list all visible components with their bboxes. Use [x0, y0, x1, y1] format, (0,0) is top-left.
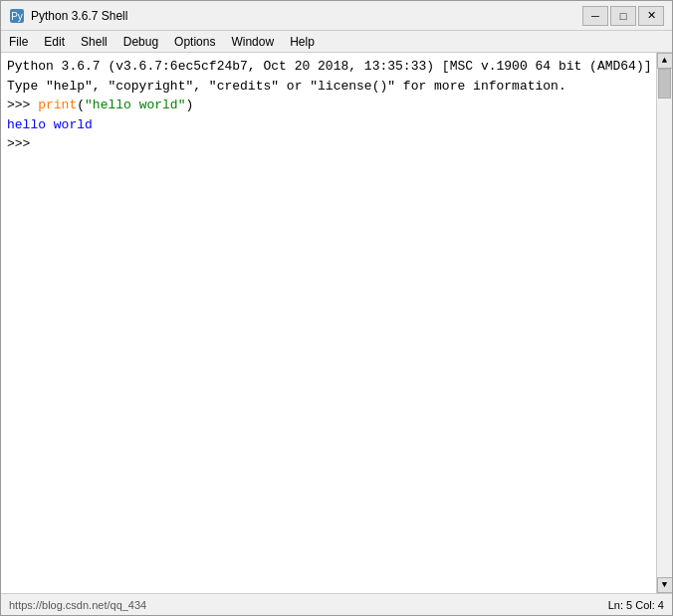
status-bar: https://blog.csdn.net/qq_434 Ln: 5 Col: …	[1, 593, 672, 615]
menu-file[interactable]: File	[1, 33, 36, 51]
code-paren-open: (	[77, 98, 85, 112]
menu-shell[interactable]: Shell	[73, 33, 115, 51]
shell-output[interactable]: Python 3.6.7 (v3.6.7:6ec5cf24b7, Oct 20 …	[1, 53, 656, 593]
code-string: "hello world"	[85, 98, 185, 112]
shell-next-prompt: >>>	[7, 134, 650, 154]
close-button[interactable]: ✕	[638, 6, 664, 26]
main-window: Py Python 3.6.7 Shell ─ □ ✕ File Edit Sh…	[0, 0, 673, 616]
shell-info-line1: Python 3.6.7 (v3.6.7:6ec5cf24b7, Oct 20 …	[7, 57, 650, 77]
cursor-position: Ln: 5 Col: 4	[608, 599, 664, 611]
scroll-track[interactable]	[657, 69, 672, 577]
maximize-button[interactable]: □	[610, 6, 636, 26]
scroll-up-button[interactable]: ▲	[657, 53, 673, 69]
minimize-button[interactable]: ─	[582, 6, 608, 26]
window-controls: ─ □ ✕	[582, 6, 664, 26]
code-keyword: print	[38, 98, 77, 112]
scroll-down-button[interactable]: ▼	[657, 577, 673, 593]
shell-command-line: >>> print("hello world")	[7, 96, 650, 115]
menu-bar: File Edit Shell Debug Options Window Hel…	[1, 31, 672, 53]
title-bar: Py Python 3.6.7 Shell ─ □ ✕	[1, 1, 672, 31]
menu-options[interactable]: Options	[166, 33, 223, 51]
app-icon: Py	[9, 8, 25, 24]
status-url: https://blog.csdn.net/qq_434	[9, 599, 600, 611]
content-area: Python 3.6.7 (v3.6.7:6ec5cf24b7, Oct 20 …	[1, 53, 672, 593]
code-paren-close: )	[185, 98, 193, 112]
shell-output-line: hello world	[7, 115, 650, 135]
prompt-2: >>>	[7, 136, 38, 151]
shell-info-line2: Type "help", "copyright", "credits" or "…	[7, 77, 650, 97]
prompt-1: >>>	[7, 98, 38, 112]
scroll-thumb[interactable]	[658, 69, 671, 99]
menu-help[interactable]: Help	[282, 33, 323, 51]
vertical-scrollbar: ▲ ▼	[656, 53, 672, 593]
menu-edit[interactable]: Edit	[36, 33, 73, 51]
output-text: hello world	[7, 117, 93, 132]
menu-window[interactable]: Window	[223, 33, 282, 51]
info-text-1: Python 3.6.7 (v3.6.7:6ec5cf24b7, Oct 20 …	[7, 59, 656, 74]
window-title: Python 3.6.7 Shell	[31, 9, 582, 23]
svg-text:Py: Py	[11, 11, 23, 22]
info-text-2: Type "help", "copyright", "credits" or "…	[7, 79, 566, 94]
menu-debug[interactable]: Debug	[115, 33, 166, 51]
